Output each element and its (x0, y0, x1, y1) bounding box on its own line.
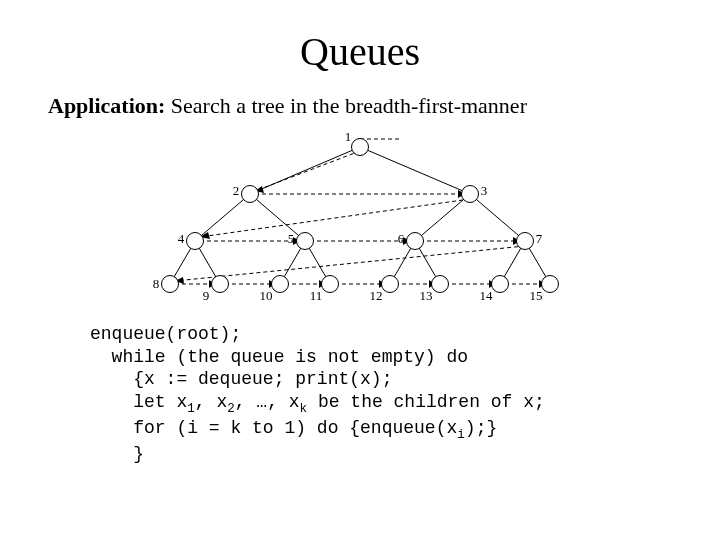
tree-node (211, 275, 229, 293)
tree-node (351, 138, 369, 156)
tree-node (431, 275, 449, 293)
node-label: 11 (310, 288, 323, 304)
svg-line-3 (250, 194, 305, 241)
node-label: 5 (288, 231, 295, 247)
tree-node (296, 232, 314, 250)
svg-line-5 (470, 194, 525, 241)
node-label: 7 (536, 231, 543, 247)
code-line: } (90, 444, 144, 464)
node-label: 4 (178, 231, 185, 247)
pseudocode-block: enqueue(root); while (the queue is not e… (90, 323, 720, 466)
code-line: let x1, x2, …, xk be the children of x; (90, 392, 545, 412)
svg-line-2 (195, 194, 250, 241)
tree-node (271, 275, 289, 293)
node-label: 10 (260, 288, 273, 304)
tree-node (381, 275, 399, 293)
node-label: 14 (480, 288, 493, 304)
code-line: {x := dequeue; print(x); (90, 369, 392, 389)
tree-node (461, 185, 479, 203)
node-label: 8 (153, 276, 160, 292)
node-label: 15 (530, 288, 543, 304)
subtitle-label: Application: (48, 93, 165, 118)
node-label: 12 (370, 288, 383, 304)
svg-line-1 (360, 147, 470, 194)
tree-node (321, 275, 339, 293)
node-label: 2 (233, 183, 240, 199)
subtitle-text: Search a tree in the breadth-first-manne… (165, 93, 527, 118)
node-label: 3 (481, 183, 488, 199)
node-label: 13 (420, 288, 433, 304)
tree-node (161, 275, 179, 293)
node-label: 9 (203, 288, 210, 304)
tree-node (406, 232, 424, 250)
tree-node (186, 232, 204, 250)
svg-line-4 (415, 194, 470, 241)
tree-node (241, 185, 259, 203)
node-label: 1 (345, 129, 352, 145)
tree-node (491, 275, 509, 293)
tree-diagram: 1 2 3 4 5 6 7 8 9 10 11 12 13 14 15 (100, 129, 620, 299)
slide-title: Queues (0, 28, 720, 75)
tree-node (516, 232, 534, 250)
node-label: 6 (398, 231, 405, 247)
tree-node (541, 275, 559, 293)
code-line: for (i = k to 1) do {enqueue(xi);} (90, 418, 497, 438)
code-line: while (the queue is not empty) do (90, 347, 468, 367)
slide-subtitle: Application: Search a tree in the breadt… (48, 93, 720, 119)
code-line: enqueue(root); (90, 324, 241, 344)
